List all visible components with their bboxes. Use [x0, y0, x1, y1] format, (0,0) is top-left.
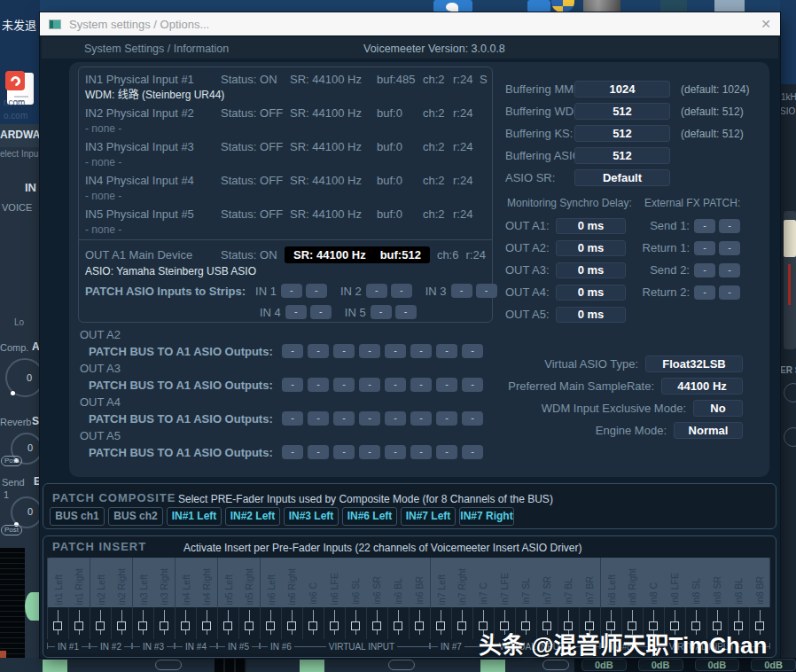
- patch-button[interactable]: -: [462, 411, 483, 426]
- insert-switch[interactable]: [387, 607, 409, 639]
- insert-switch[interactable]: [238, 607, 260, 639]
- desktop-icon[interactable]: [433, 0, 472, 12]
- patch-button[interactable]: -: [410, 445, 432, 459]
- patch-button[interactable]: -: [371, 305, 392, 319]
- composite-button[interactable]: IN#7 Left: [401, 507, 456, 526]
- gain-button[interactable]: 0dB: [581, 659, 627, 671]
- patch-button[interactable]: -: [436, 411, 457, 426]
- patch-button[interactable]: -: [285, 305, 307, 319]
- patch-button[interactable]: -: [719, 219, 740, 233]
- insert-switch[interactable]: [302, 607, 324, 639]
- patch-button[interactable]: -: [282, 411, 303, 426]
- patch-button[interactable]: -: [308, 411, 329, 426]
- composite-button[interactable]: BUS ch1: [50, 507, 105, 526]
- patch-button[interactable]: -: [282, 445, 303, 459]
- insert-switch[interactable]: [111, 607, 132, 639]
- insert-switch[interactable]: [324, 607, 345, 639]
- patch-button[interactable]: -: [476, 284, 497, 298]
- patch-button[interactable]: -: [451, 284, 472, 298]
- patch-button[interactable]: -: [462, 344, 483, 358]
- insert-switch[interactable]: [175, 607, 196, 639]
- samplerate-highlight[interactable]: SR: 44100 Hz buf:512: [285, 246, 430, 263]
- patch-button[interactable]: -: [694, 219, 715, 233]
- close-icon[interactable]: ✕: [761, 17, 771, 31]
- composite-button[interactable]: IN#2 Left: [225, 507, 280, 526]
- insert-switch[interactable]: [366, 607, 387, 639]
- dialog-titlebar[interactable]: System settings / Options... ✕: [40, 12, 780, 35]
- gain-button[interactable]: 0dB: [638, 659, 683, 671]
- composite-button[interactable]: IN#6 Left: [342, 507, 397, 526]
- device-row[interactable]: IN5 Physical Input #5Status: OFFSR: 4410…: [85, 206, 492, 223]
- patch-button[interactable]: -: [694, 263, 715, 277]
- desktop-icon[interactable]: [527, 0, 550, 12]
- patch-button[interactable]: -: [410, 344, 432, 358]
- insert-switch[interactable]: [345, 607, 366, 639]
- insert-switch[interactable]: [409, 607, 430, 639]
- composite-button[interactable]: IN#3 Left: [284, 507, 339, 526]
- delay-value[interactable]: 0 ms: [556, 307, 626, 323]
- post-button[interactable]: Post: [1, 456, 22, 466]
- option-value[interactable]: Normal: [674, 422, 743, 439]
- patch-button[interactable]: -: [719, 285, 740, 300]
- buffering-value[interactable]: 512: [574, 125, 670, 142]
- patch-button[interactable]: -: [694, 241, 715, 255]
- post-button[interactable]: Post: [1, 525, 22, 535]
- patch-button[interactable]: -: [308, 344, 329, 358]
- patch-button[interactable]: -: [385, 344, 406, 358]
- device-row[interactable]: IN3 Physical Input #3Status: OFFSR: 4410…: [85, 138, 492, 155]
- insert-switch[interactable]: [132, 607, 153, 639]
- patch-button[interactable]: -: [410, 378, 432, 392]
- patch-button[interactable]: -: [333, 344, 355, 358]
- option-value[interactable]: Float32LSB: [645, 356, 743, 372]
- desktop-photo-thumbnail[interactable]: [583, 0, 620, 12]
- patch-button[interactable]: -: [282, 344, 303, 358]
- patch-button[interactable]: -: [436, 445, 457, 459]
- insert-switch[interactable]: [217, 607, 238, 639]
- patch-button[interactable]: -: [281, 284, 302, 298]
- buffering-value[interactable]: Default: [574, 169, 670, 186]
- gain-button[interactable]: 0dB: [695, 659, 740, 671]
- insert-switch[interactable]: [47, 607, 68, 639]
- composite-button[interactable]: IN#1 Left: [167, 507, 222, 526]
- desktop-icon[interactable]: [714, 0, 745, 12]
- buffering-value[interactable]: 512: [574, 103, 670, 120]
- option-value[interactable]: No: [693, 400, 743, 417]
- device-row[interactable]: IN1 Physical Input #1Status: ONSR: 44100…: [85, 71, 492, 88]
- patch-button[interactable]: -: [385, 445, 406, 459]
- patch-button[interactable]: -: [436, 378, 457, 392]
- insert-switch[interactable]: [196, 607, 217, 639]
- fader-handle[interactable]: [784, 220, 796, 257]
- insert-switch[interactable]: [281, 607, 302, 639]
- patch-button[interactable]: -: [366, 284, 387, 298]
- composite-button[interactable]: IN#7 Right: [459, 507, 514, 526]
- out-a1-row[interactable]: OUT A1 Main Device Status: ON SR: 44100 …: [85, 245, 492, 264]
- patch-button[interactable]: -: [395, 305, 417, 319]
- patch-button[interactable]: -: [359, 344, 380, 358]
- desktop-icon[interactable]: [660, 0, 687, 12]
- option-value[interactable]: 44100 Hz: [661, 378, 743, 395]
- patch-button[interactable]: -: [333, 411, 355, 426]
- patch-button[interactable]: -: [282, 378, 303, 392]
- patch-button[interactable]: -: [359, 378, 380, 392]
- insert-switch[interactable]: [90, 607, 111, 639]
- patch-button[interactable]: -: [359, 411, 380, 426]
- patch-button[interactable]: -: [333, 378, 355, 392]
- patch-button[interactable]: -: [385, 378, 406, 392]
- insert-switch[interactable]: [451, 607, 472, 639]
- patch-button[interactable]: -: [436, 344, 457, 358]
- patch-button[interactable]: -: [306, 284, 327, 298]
- patch-button[interactable]: -: [310, 305, 332, 319]
- buffering-value[interactable]: 1024: [574, 81, 670, 98]
- composite-button[interactable]: BUS ch2: [108, 507, 163, 526]
- device-row[interactable]: IN4 Physical Input #4Status: OFFSR: 4410…: [85, 172, 492, 189]
- patch-button[interactable]: -: [308, 445, 329, 459]
- gain-button[interactable]: 0dB: [751, 659, 796, 671]
- patch-button[interactable]: -: [719, 263, 740, 277]
- patch-button[interactable]: -: [462, 378, 483, 392]
- patch-button[interactable]: -: [719, 241, 740, 255]
- insert-switch[interactable]: [68, 607, 90, 639]
- insert-switch[interactable]: [153, 607, 175, 639]
- patch-button[interactable]: -: [694, 285, 715, 300]
- insert-switch[interactable]: [430, 607, 451, 639]
- patch-button[interactable]: -: [333, 445, 355, 459]
